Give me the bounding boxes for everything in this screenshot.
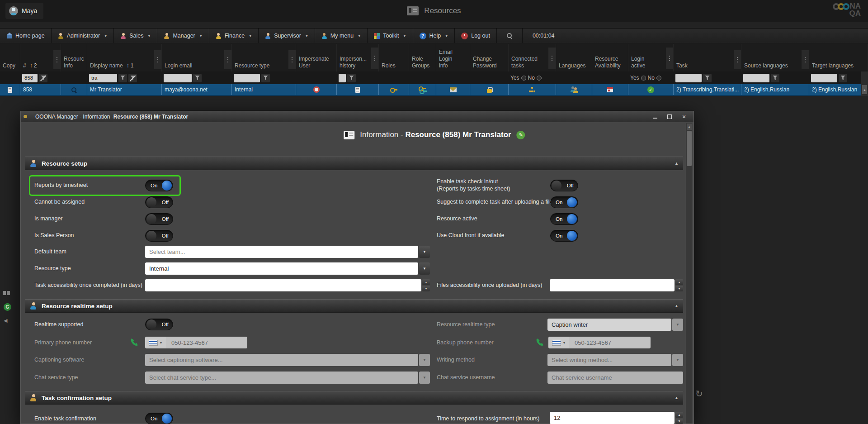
filter-no-radio[interactable] xyxy=(656,76,661,81)
filter-history-input[interactable] xyxy=(339,74,346,82)
cell-copy[interactable] xyxy=(0,84,20,95)
reports-by-timesheet-toggle[interactable]: On xyxy=(145,180,173,191)
files-accessibility-spinner[interactable] xyxy=(550,279,683,291)
spinner-up-icon[interactable] xyxy=(422,279,430,285)
primary-phone-input[interactable]: 050-123-4567 xyxy=(145,337,247,348)
resource-type-dropdown[interactable]: Internal xyxy=(145,262,430,275)
enable-task-confirmation-toggle[interactable]: On xyxy=(145,413,173,424)
time-to-respond-input[interactable] xyxy=(550,412,675,424)
filter-funnel-icon[interactable] xyxy=(771,74,779,82)
filter-funnel-icon[interactable] xyxy=(118,74,127,82)
column-menu-icon[interactable] xyxy=(371,48,378,69)
filter-display-name-input[interactable] xyxy=(89,74,117,82)
filter-funnel-icon[interactable] xyxy=(347,74,356,82)
col-target-languages[interactable]: Target languages xyxy=(809,44,868,71)
col-display-name[interactable]: Display name 1 xyxy=(87,44,162,71)
spinner-down-icon[interactable] xyxy=(675,419,683,424)
cell-impersonation-history[interactable] xyxy=(337,84,379,95)
maximize-button[interactable] xyxy=(666,114,673,120)
column-menu-icon[interactable] xyxy=(548,48,556,69)
col-impersonate-user[interactable]: ImpersonateUser xyxy=(296,44,337,71)
minimize-button[interactable] xyxy=(652,114,658,120)
filter-number-input[interactable] xyxy=(22,74,38,82)
section-resource-setup[interactable]: Resource setup xyxy=(25,157,683,170)
menu-log-out[interactable]: Log out xyxy=(455,29,497,43)
cell-change-password[interactable] xyxy=(470,84,509,95)
cell-resource-availability[interactable] xyxy=(592,84,628,95)
collapse-section-icon[interactable] xyxy=(675,304,679,308)
menu-supervisor[interactable]: Supervisor xyxy=(259,29,315,43)
filter-funnel-icon[interactable] xyxy=(839,74,847,82)
menu-manager[interactable]: Manager xyxy=(157,29,209,43)
cell-roles[interactable] xyxy=(379,84,409,95)
menu-my-menu[interactable]: My menu xyxy=(315,29,368,43)
cell-target-languages[interactable]: 2) English,Russian xyxy=(809,84,868,95)
col-resource-type[interactable]: Resource type xyxy=(232,44,296,71)
filter-resource-type-input[interactable] xyxy=(234,74,260,82)
realtime-supported-toggle[interactable]: Off xyxy=(145,319,173,330)
col-resource-availability[interactable]: ResourceAvailability xyxy=(592,44,628,71)
spinner-down-icon[interactable] xyxy=(422,286,430,292)
task-checkinout-toggle[interactable]: Off xyxy=(550,180,578,191)
col-roles[interactable]: Roles xyxy=(379,44,409,71)
chat-badge-icon[interactable]: G xyxy=(4,303,11,311)
col-impersonation-history[interactable]: Imperson...history xyxy=(337,44,379,71)
column-menu-icon[interactable] xyxy=(288,50,296,69)
filter-funnel-icon[interactable] xyxy=(193,74,202,82)
col-resource-info[interactable]: ResourcInfo xyxy=(61,44,87,71)
time-to-respond-spinner[interactable] xyxy=(550,412,683,424)
col-login-email[interactable]: Login email xyxy=(162,44,232,71)
resource-row[interactable]: 858 Mr Translator maya@ooona.net Interna… xyxy=(0,84,868,96)
column-menu-icon[interactable] xyxy=(224,50,231,69)
filter-no-radio[interactable] xyxy=(537,76,542,81)
default-team-dropdown[interactable]: Select team... xyxy=(145,246,430,258)
cell-display-name[interactable]: Mr Translator xyxy=(87,84,162,95)
menu-help[interactable]: ? Help xyxy=(413,29,455,43)
menu-search-button[interactable] xyxy=(497,29,523,43)
cell-resource-info[interactable] xyxy=(61,84,87,95)
col-change-password[interactable]: ChangePassword xyxy=(470,44,509,71)
dropdown-arrow-icon[interactable] xyxy=(419,262,430,275)
spinner-up-icon[interactable] xyxy=(675,412,683,418)
cell-source-languages[interactable]: 2) English,Russian xyxy=(741,84,809,95)
col-copy[interactable]: Copy xyxy=(0,44,20,71)
task-accessibility-spinner[interactable] xyxy=(145,279,430,291)
country-flag-dropdown[interactable] xyxy=(548,337,569,348)
clear-filter-icon[interactable] xyxy=(128,74,137,82)
page-indicator[interactable] xyxy=(3,291,10,295)
cloud-front-toggle[interactable]: On xyxy=(550,230,578,242)
sidebar-collapse-icon[interactable] xyxy=(4,318,7,324)
col-role-groups[interactable]: RoleGroups xyxy=(409,44,436,71)
cell-languages[interactable] xyxy=(556,84,592,95)
col-login-active[interactable]: Loginactive xyxy=(628,44,674,71)
col-task[interactable]: Task xyxy=(674,44,741,71)
menu-administrator[interactable]: Administrator xyxy=(52,29,114,43)
scroll-up-icon[interactable] xyxy=(687,124,692,130)
menu-sales[interactable]: Sales xyxy=(114,29,157,43)
edit-badge-icon[interactable] xyxy=(517,131,525,139)
cell-login-active[interactable] xyxy=(628,84,674,95)
filter-login-email-input[interactable] xyxy=(164,74,192,82)
cell-login-email[interactable]: maya@ooona.net xyxy=(162,84,232,95)
column-menu-icon[interactable] xyxy=(802,50,809,69)
spinner-up-icon[interactable] xyxy=(675,279,683,285)
col-languages[interactable]: Languages xyxy=(556,44,592,71)
is-manager-toggle[interactable]: Off xyxy=(145,213,173,225)
col-connected-tasks[interactable]: Connectedtasks xyxy=(509,44,556,71)
cell-email-login-info[interactable] xyxy=(436,84,470,95)
dialog-vertical-scrollbar[interactable] xyxy=(686,123,692,424)
resource-active-toggle[interactable]: On xyxy=(550,213,578,225)
dropdown-arrow-icon[interactable] xyxy=(419,246,430,258)
cell-task[interactable]: 2) Transcribing,Translati... xyxy=(674,84,741,95)
menu-toolkit[interactable]: Toolkit xyxy=(368,29,413,43)
column-menu-icon[interactable] xyxy=(154,50,161,69)
collapse-section-icon[interactable] xyxy=(675,161,679,166)
backup-phone-input[interactable]: 050-123-4567 xyxy=(548,337,651,348)
column-menu-icon[interactable] xyxy=(666,48,673,69)
suggest-complete-toggle[interactable]: On xyxy=(550,196,578,208)
cell-resource-type[interactable]: Internal xyxy=(232,84,296,95)
cell-role-groups[interactable] xyxy=(409,84,436,95)
realtime-type-dropdown[interactable]: Caption writer xyxy=(547,319,683,331)
files-accessibility-input[interactable] xyxy=(550,279,675,291)
menu-home-page[interactable]: Home page xyxy=(0,29,52,43)
